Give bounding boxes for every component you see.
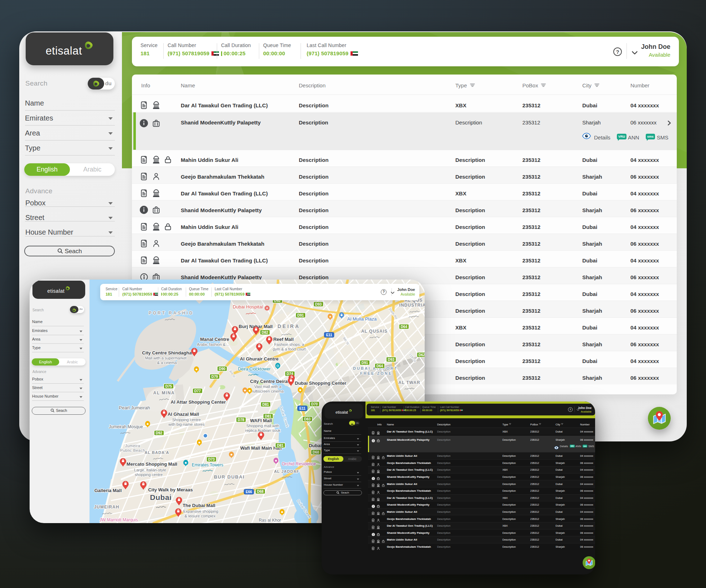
svg-text:FREE ZONE: FREE ZONE [360, 371, 392, 375]
svg-text:D68: D68 [313, 450, 319, 454]
svg-text:D75: D75 [165, 384, 172, 388]
svg-text:D68: D68 [257, 490, 264, 494]
svg-text:PORT RASHID: PORT RASHID [149, 311, 194, 316]
svg-text:D78: D78 [238, 418, 245, 422]
svg-text:D64: D64 [401, 325, 408, 329]
svg-text:Jumeira: Jumeira [125, 444, 140, 448]
svg-text:Arabic fashion &...: Arabic fashion &... [197, 342, 229, 347]
svg-text:Al Mulla Plaza: Al Mulla Plaza [347, 316, 377, 322]
svg-text:Public Beach: Public Beach [120, 448, 145, 452]
svg-text:INDUSTRIA: INDUSTRIA [399, 303, 425, 308]
svg-text:Al Attar Shopping Center: Al Attar Shopping Center [171, 399, 226, 405]
svg-text:E66: E66 [246, 490, 252, 494]
svg-text:Vast mall with a: Vast mall with a [254, 384, 282, 389]
svg-text:DEIRA: DEIRA [277, 323, 300, 329]
svg-text:D92: D92 [156, 431, 163, 435]
svg-text:Emirates Towers: Emirates Towers [192, 462, 223, 467]
svg-text:Dubai: Dubai [150, 493, 172, 501]
svg-text:D90: D90 [219, 367, 226, 371]
svg-text:Deira Clocktower: Deira Clocktower [238, 367, 270, 372]
svg-text:AL TWAR: AL TWAR [398, 380, 420, 385]
svg-text:Al Ghurair Centre: Al Ghurair Centre [240, 356, 278, 362]
svg-text:D83: D83 [304, 417, 311, 421]
svg-text:E11: E11 [299, 407, 306, 410]
svg-text:D91: D91 [297, 313, 304, 317]
svg-text:Shopping mall with: Shopping mall with [246, 424, 279, 428]
svg-text:E11: E11 [326, 333, 332, 337]
svg-text:D79: D79 [211, 375, 218, 379]
svg-text:D81: D81 [262, 403, 269, 407]
svg-text:Fashion shops, a: Fashion shops, a [274, 342, 305, 347]
svg-text:Dubai Hospital: Dubai Hospital [233, 304, 263, 310]
svg-text:D81: D81 [277, 444, 284, 448]
svg-text:Galleria Mall: Galleria Mall [94, 488, 122, 493]
svg-text:D70: D70 [311, 402, 318, 406]
svg-text:& leisure complex: & leisure complex [185, 514, 216, 518]
svg-text:Expansive shopping: Expansive shopping [183, 509, 218, 513]
svg-text:D64: D64 [377, 364, 383, 368]
svg-text:Pearl Jumeirah: Pearl Jumeirah [119, 405, 150, 410]
svg-text:D81: D81 [265, 414, 272, 418]
svg-text:AL MINA: AL MINA [153, 390, 175, 395]
svg-text:multiscreen cinema: multiscreen cinema [250, 389, 284, 393]
svg-text:Shopping centre: Shopping centre [172, 418, 201, 422]
svg-text:Al Ghazal Mall: Al Ghazal Mall [168, 411, 199, 417]
svg-text:gym & a food court: gym & a food court [273, 347, 306, 351]
svg-text:D77: D77 [194, 389, 201, 393]
svg-text:D93: D93 [388, 358, 395, 362]
svg-text:D93: D93 [315, 302, 322, 306]
svg-text:AL BADA'A: AL BADA'A [145, 450, 169, 455]
svg-text:shopping centre: shopping centre [135, 472, 163, 477]
svg-text:The Dubai Mall: The Dubai Mall [183, 503, 215, 508]
svg-text:Large, Italian-style: Large, Italian-style [134, 468, 166, 472]
svg-text:Ras al Khor: Ras al Khor [259, 518, 281, 523]
svg-text:D62: D62 [419, 353, 425, 357]
svg-text:City Walk by Meraas: City Walk by Meraas [148, 487, 193, 492]
svg-text:Dubai Shopping Center: Dubai Shopping Center [295, 380, 346, 386]
svg-text:JW Marriott Marquis: JW Marriott Marquis [99, 517, 138, 522]
svg-text:Jumeirah Mosque: Jumeirah Mosque [109, 424, 143, 429]
svg-text:replica Arabian souk: replica Arabian souk [245, 428, 281, 433]
svg-text:Mall with a supermarket: Mall with a supermarket [145, 356, 186, 360]
svg-text:D73: D73 [208, 457, 215, 461]
svg-text:& a cinema: & a cinema [157, 361, 177, 365]
svg-text:Mercato Shopping Mall: Mercato Shopping Mall [127, 461, 177, 467]
svg-text:City Centre Deira: City Centre Deira [250, 379, 288, 384]
svg-text:Dubai: Dubai [309, 443, 322, 448]
svg-text:with big-name stores: with big-name stores [168, 422, 205, 426]
svg-text:BUR DUBAI: BUR DUBAI [214, 474, 245, 480]
svg-text:City Centre Shindagha: City Centre Shindagha [142, 350, 192, 356]
svg-text:AL QUSAIS: AL QUSAIS [361, 329, 388, 334]
svg-text:JUMEIRAH: JUMEIRAH [94, 505, 119, 510]
svg-text:Manal Centre: Manal Centre [200, 337, 229, 342]
svg-text:D82: D82 [262, 331, 268, 334]
svg-text:D91: D91 [362, 361, 368, 365]
svg-text:Reef Mall: Reef Mall [273, 337, 293, 342]
svg-text:AL JADDAF: AL JADDAF [274, 469, 299, 474]
svg-text:Orchid Residence: Orchid Residence [282, 461, 316, 466]
